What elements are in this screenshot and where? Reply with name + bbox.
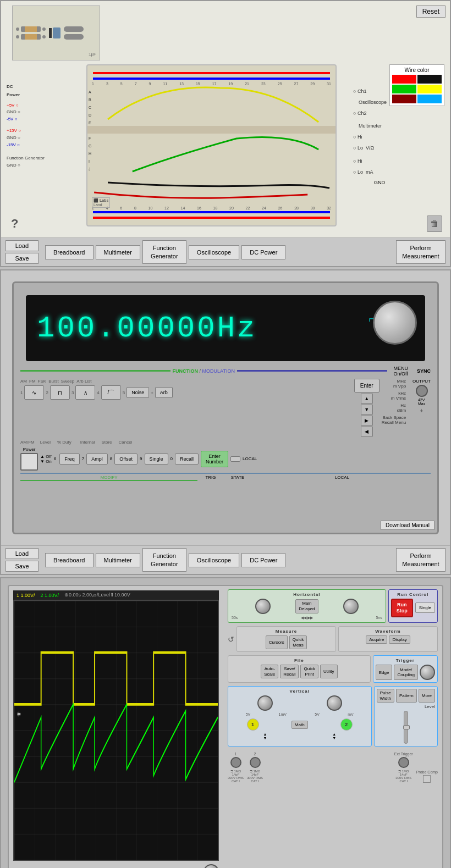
wave-btn-square[interactable]: ⊓ — [50, 385, 70, 400]
osc-footer — [13, 864, 219, 868]
reset-button[interactable]: Reset — [416, 5, 446, 18]
dc-power-tab-1[interactable]: DC Power — [241, 245, 285, 259]
auto-scale-btn[interactable]: Auto-Scale — [261, 665, 278, 678]
pulse-width-btn[interactable]: PulseWidth — [377, 689, 394, 703]
save-recall-btn[interactable]: Save/Recall — [280, 665, 299, 678]
save-button-1[interactable]: Save — [6, 253, 38, 264]
function-generator-tab-2[interactable]: FunctionGenerator — [142, 548, 186, 572]
wave-btn-sine[interactable]: ∿ — [24, 385, 44, 400]
shift-button[interactable] — [230, 456, 240, 462]
right-labels: ○ Ch1 Oscilloscope ○ Ch2 Multimeter ○ Hi… — [353, 86, 387, 178]
noise-button[interactable]: Noise — [127, 387, 149, 398]
fg-output-port[interactable] — [416, 385, 428, 397]
trigger-btns-section: PulseWidth Pattern More Level — [374, 686, 438, 747]
breadboard[interactable]: 135791113151719212325272931 ABCDE /* dot… — [86, 64, 337, 226]
color-green[interactable] — [392, 85, 416, 93]
edge-btn[interactable]: Edge — [376, 665, 393, 680]
level-slider[interactable] — [404, 711, 408, 744]
vert-knob-ch1[interactable] — [257, 695, 273, 711]
ch1-button[interactable]: 1 — [247, 718, 259, 731]
probe-comp-port[interactable] — [423, 775, 431, 783]
ch2-button[interactable]: 2 — [340, 718, 353, 731]
run-stop-button[interactable]: RunStop — [391, 599, 413, 617]
wave-btn-tri[interactable]: ∧ — [75, 385, 95, 400]
color-blue[interactable] — [417, 95, 442, 103]
enter-button[interactable]: Enter — [354, 379, 380, 392]
ch2-input-port[interactable] — [250, 757, 261, 768]
nav-down[interactable]: ▼ — [361, 405, 373, 414]
fg-device: 100.00000Hz ⌐ FUNCTION / MODULATION — [12, 281, 439, 534]
trash-icon[interactable]: 🗑 — [427, 215, 442, 232]
inductor-component-2[interactable] — [64, 34, 84, 40]
breadboard-tab-1[interactable]: Breadboard — [45, 245, 94, 259]
sweep-label: Sweep — [61, 379, 74, 384]
wave-btn-ramp[interactable]: /⌒ — [101, 385, 121, 400]
quick-print-btn[interactable]: QuickPrint — [300, 665, 318, 678]
nav-up[interactable]: ▲ — [361, 394, 373, 403]
main-delayed-btn[interactable]: MainDelayed — [295, 599, 318, 613]
fg-main-knob[interactable] — [373, 301, 417, 345]
quick-meas-btn[interactable]: QuickMeas — [289, 635, 307, 649]
ext-trigger-port[interactable] — [398, 757, 409, 768]
horiz-knob-1[interactable] — [255, 599, 271, 614]
nav-right[interactable]: ▶ — [361, 416, 373, 425]
color-darkred[interactable] — [392, 95, 416, 103]
capacitor-component[interactable] — [53, 27, 61, 38]
recall-button[interactable]: Recall — [175, 454, 199, 465]
ch1-specs: ⊐ 1MΩ14pF300V RMSCAT I — [228, 769, 244, 783]
oscilloscope-tab-1[interactable]: Oscilloscope — [189, 245, 239, 259]
vert-knob-ch2[interactable] — [327, 695, 342, 711]
save-button-2[interactable]: Save — [6, 561, 38, 572]
load-button-2[interactable]: Load — [6, 548, 38, 559]
power-button[interactable] — [20, 453, 38, 471]
mode-coupling-btn[interactable]: Mode/Coupling — [394, 665, 418, 680]
inductor-component[interactable] — [64, 26, 84, 32]
store-label: Store — [101, 440, 112, 445]
color-yellow[interactable] — [417, 85, 442, 93]
resistor-component[interactable] — [21, 26, 41, 32]
level-label-osc: Level — [425, 704, 435, 709]
internal-label: Internal — [80, 440, 95, 445]
multimeter-tab-1[interactable]: Multimeter — [96, 245, 140, 259]
ch2-connector-label: 2 — [254, 752, 256, 756]
resistor-component-2[interactable] — [21, 34, 41, 40]
math-button[interactable]: Math — [292, 721, 308, 729]
multimeter-tab-2[interactable]: Multimeter — [96, 553, 140, 567]
trigger-level-knob[interactable] — [420, 665, 435, 680]
acquire-btn[interactable]: Acquire — [366, 635, 387, 644]
oscilloscope-tab-2[interactable]: Oscilloscope — [189, 553, 239, 567]
perform-measurement-2[interactable]: PerformMeasurement — [396, 548, 446, 572]
undo-icon[interactable]: ↺ — [228, 635, 234, 644]
ampl-button[interactable]: Ampl — [86, 454, 108, 465]
function-generator-tab-1[interactable]: FunctionGenerator — [142, 240, 186, 264]
horiz-knob-2[interactable] — [343, 599, 359, 614]
dc-power-tab-2[interactable]: DC Power — [241, 553, 285, 567]
toolbar-1: Load Save Breadboard Multimeter Function… — [1, 237, 450, 266]
level-label: Level — [40, 440, 51, 445]
cursors-btn[interactable]: Cursors — [266, 635, 288, 649]
arb-button[interactable]: Arb — [155, 387, 173, 398]
breadboard-tab-2[interactable]: Breadboard — [45, 553, 94, 567]
color-black[interactable] — [417, 75, 442, 84]
utility-btn[interactable]: Utility — [320, 665, 338, 678]
single-button-osc[interactable]: Single — [415, 602, 435, 613]
offset-button[interactable]: Offset — [114, 454, 138, 465]
single-button[interactable]: Single — [145, 454, 168, 465]
fg-blue-bar — [237, 370, 387, 372]
osc-bottom-knob[interactable] — [204, 864, 219, 868]
pattern-btn[interactable]: Pattern — [396, 689, 417, 703]
wire-color-title: Wire color — [392, 67, 442, 73]
local-label: LOCAL — [243, 456, 257, 461]
display-btn[interactable]: Display — [389, 635, 410, 644]
download-manual-button[interactable]: Download Manual — [381, 521, 435, 530]
ch1-input-port[interactable] — [230, 757, 241, 768]
freq-button[interactable]: Freq — [59, 454, 80, 465]
num-0-label: 0 — [170, 456, 173, 461]
help-icon[interactable]: ? — [11, 217, 18, 231]
perform-measurement-1[interactable]: PerformMeasurement — [396, 240, 446, 264]
color-red[interactable] — [392, 75, 416, 84]
nav-left[interactable]: ◀ — [361, 427, 373, 436]
enter-number-button[interactable]: EnterNumber — [201, 451, 228, 467]
more-btn[interactable]: More — [419, 689, 435, 703]
load-button-1[interactable]: Load — [6, 240, 38, 251]
